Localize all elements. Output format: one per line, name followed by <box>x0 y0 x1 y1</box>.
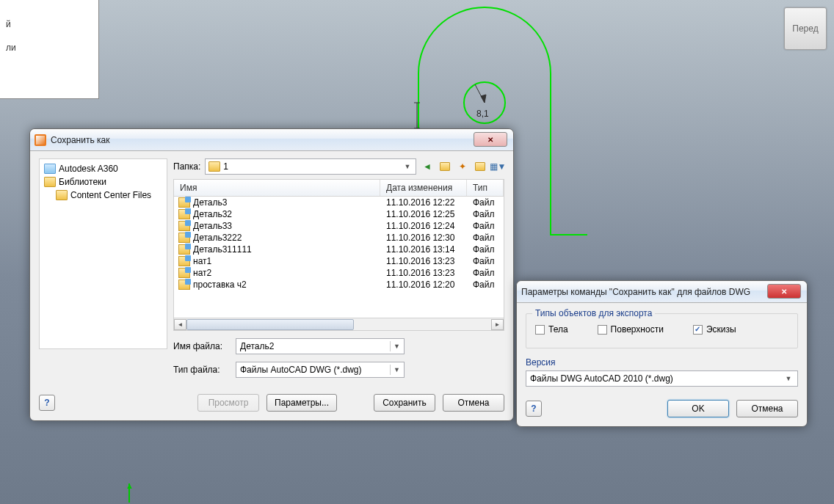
help-button[interactable]: ? <box>39 395 55 411</box>
locations-tree[interactable]: Autodesk A360 Библиотеки Content Center … <box>39 158 167 349</box>
close-button[interactable]: ✕ <box>474 132 507 147</box>
save-title: Сохранить как <box>51 135 109 145</box>
folder-icon <box>208 161 220 172</box>
file-row[interactable]: Деталь322211.10.2016 12:30Файл <box>174 232 504 244</box>
file-row[interactable]: Деталь311.10.2016 12:22Файл <box>174 197 504 208</box>
file-row[interactable]: Деталь3211.10.2016 12:25Файл <box>174 208 504 220</box>
folder-dropdown[interactable]: 1 ▼ <box>205 158 416 175</box>
viewcube[interactable]: Перед <box>784 7 827 50</box>
part-icon <box>178 268 190 278</box>
back-icon[interactable]: ◄ <box>421 160 434 173</box>
solids-checkbox[interactable]: Тела <box>535 324 568 335</box>
tree-content-center[interactable]: Content Center Files <box>70 190 151 200</box>
save-titlebar[interactable]: Сохранить как ✕ <box>30 129 513 151</box>
cancel-button[interactable]: Отмена <box>443 394 504 412</box>
params-title: Параметры команды "Сохранить как" для фа… <box>521 287 750 297</box>
part-icon <box>178 244 190 255</box>
file-list[interactable]: Имя Дата изменения Тип Деталь311.10.2016… <box>173 179 504 318</box>
export-types-group: Типы объектов для экспорта Тела Поверхно… <box>526 313 798 348</box>
part-icon <box>178 280 190 290</box>
dwg-params-dialog: Параметры команды "Сохранить как" для фа… <box>516 280 808 427</box>
cancel-button[interactable]: Отмена <box>736 400 798 417</box>
part-icon <box>178 197 190 208</box>
chevron-down-icon: ▼ <box>402 161 413 172</box>
options-button[interactable]: Параметры... <box>266 394 337 412</box>
search-icon[interactable]: ✦ <box>456 160 469 173</box>
tree-libs[interactable]: Библиотеки <box>59 177 106 187</box>
filename-input[interactable]: Деталь2▼ <box>236 338 405 354</box>
help-button[interactable]: ? <box>526 401 542 417</box>
file-row[interactable]: нат111.10.2016 13:23Файл <box>174 255 504 267</box>
file-list-header[interactable]: Имя Дата изменения Тип <box>174 180 504 197</box>
close-button[interactable]: ✕ <box>767 284 801 299</box>
params-titlebar[interactable]: Параметры команды "Сохранить как" для фа… <box>517 281 807 303</box>
dimension-label: 8,1 <box>476 109 489 119</box>
part-icon <box>178 233 190 243</box>
tree-a360[interactable]: Autodesk A360 <box>59 164 118 174</box>
up-icon[interactable] <box>438 160 452 173</box>
svg-marker-5 <box>481 95 486 103</box>
part-icon <box>178 221 190 231</box>
filetype-dropdown[interactable]: Файлы AutoCAD DWG (*.dwg)▼ <box>236 362 405 378</box>
views-icon[interactable]: ▦▼ <box>491 160 504 173</box>
new-folder-icon[interactable] <box>474 160 487 173</box>
preview-button: Просмотр <box>197 394 259 412</box>
a360-icon <box>44 164 56 174</box>
filename-label: Имя файла: <box>173 341 228 351</box>
sketches-checkbox[interactable]: Эскизы <box>693 324 736 335</box>
surfaces-checkbox[interactable]: Поверхности <box>598 324 664 335</box>
folder-label: Папка: <box>173 161 200 172</box>
folder-icon <box>44 177 56 187</box>
folder-icon <box>56 190 68 200</box>
inventor-icon <box>35 134 46 146</box>
horizontal-scrollbar[interactable]: ◄► <box>173 318 504 331</box>
file-row[interactable]: Деталь3311.10.2016 12:24Файл <box>174 220 504 232</box>
filetype-label: Тип файла: <box>173 365 228 375</box>
part-icon <box>178 256 190 266</box>
version-dropdown[interactable]: Файлы DWG AutoCAD 2010 (*.dwg)▼ <box>526 370 798 387</box>
file-row[interactable]: нат211.10.2016 13:23Файл <box>174 267 504 279</box>
ok-button[interactable]: OK <box>667 400 729 417</box>
version-label: Версия <box>526 357 798 368</box>
save-as-dialog: Сохранить как ✕ Autodesk A360 Библиотеки… <box>29 128 514 421</box>
part-icon <box>178 209 190 219</box>
file-row[interactable]: Деталь31111111.10.2016 13:14Файл <box>174 244 504 255</box>
file-row[interactable]: проставка ч211.10.2016 12:20Файл <box>174 279 504 291</box>
save-button[interactable]: Сохранить <box>374 394 435 412</box>
side-panel: й ли <box>0 0 99 99</box>
ucs-axis: ▲ <box>128 483 130 503</box>
